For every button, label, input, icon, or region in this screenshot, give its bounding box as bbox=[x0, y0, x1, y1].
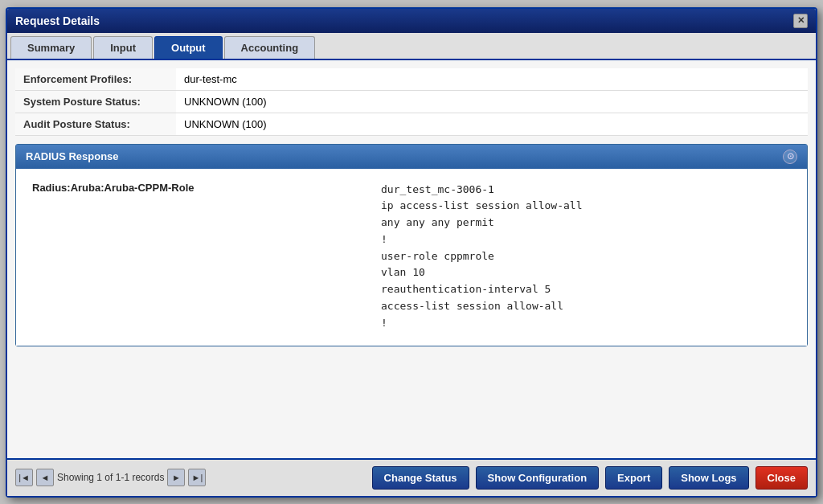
tab-summary[interactable]: Summary bbox=[10, 36, 92, 59]
prev-page-button[interactable]: ◄ bbox=[36, 469, 54, 486]
radius-line-5: user-role cppmrole bbox=[381, 248, 791, 265]
enforcement-profiles-label: Enforcement Profiles: bbox=[15, 68, 176, 91]
next-page-button[interactable]: ► bbox=[167, 469, 185, 486]
radius-line-7: reauthentication-interval 5 bbox=[381, 281, 791, 298]
collapse-icon[interactable]: ⊙ bbox=[783, 150, 797, 164]
first-page-button[interactable]: |◄ bbox=[15, 469, 33, 486]
radius-line-1: dur_test_mc-3006-1 bbox=[381, 182, 791, 199]
radius-value: dur_test_mc-3006-1 ip access-list sessio… bbox=[373, 177, 799, 337]
radius-line-8: access-list session allow-all bbox=[381, 298, 791, 315]
table-row: Radius:Aruba:Aruba-CPPM-Role dur_test_mc… bbox=[24, 177, 799, 337]
footer: |◄ ◄ Showing 1 of 1-1 records ► ►| Chang… bbox=[7, 458, 816, 496]
system-posture-value: UNKNOWN (100) bbox=[176, 90, 808, 113]
export-button[interactable]: Export bbox=[605, 466, 662, 490]
dialog-title: Request Details bbox=[15, 14, 100, 27]
table-row: System Posture Status: UNKNOWN (100) bbox=[15, 90, 808, 113]
radius-response-title: RADIUS Response bbox=[26, 150, 119, 162]
tab-input[interactable]: Input bbox=[93, 36, 153, 59]
enforcement-profiles-value: dur-test-mc bbox=[176, 68, 808, 91]
title-bar: Request Details ✕ bbox=[7, 9, 816, 33]
pager-text: Showing 1 of 1-1 records bbox=[57, 472, 164, 483]
close-button[interactable]: Close bbox=[755, 466, 808, 490]
radius-response-body: Radius:Aruba:Aruba-CPPM-Role dur_test_mc… bbox=[16, 169, 807, 346]
content-area: Enforcement Profiles: dur-test-mc System… bbox=[7, 60, 816, 458]
radius-line-2: ip access-list session allow-all bbox=[381, 198, 791, 215]
tab-output[interactable]: Output bbox=[154, 36, 223, 59]
radius-line-6: vlan 10 bbox=[381, 264, 791, 281]
dialog-close-button[interactable]: ✕ bbox=[793, 14, 808, 28]
radius-line-9: ! bbox=[381, 315, 791, 332]
radius-line-4: ! bbox=[381, 232, 791, 248]
radius-table: Radius:Aruba:Aruba-CPPM-Role dur_test_mc… bbox=[24, 177, 799, 337]
system-posture-label: System Posture Status: bbox=[15, 90, 176, 113]
table-row: Audit Posture Status: UNKNOWN (100) bbox=[15, 113, 808, 135]
radius-line-3: any any any permit bbox=[381, 215, 791, 232]
show-logs-button[interactable]: Show Logs bbox=[669, 466, 748, 490]
tab-accounting[interactable]: Accounting bbox=[224, 36, 316, 59]
tab-bar: Summary Input Output Accounting bbox=[7, 33, 816, 60]
table-row: Enforcement Profiles: dur-test-mc bbox=[15, 68, 808, 91]
radius-key: Radius:Aruba:Aruba-CPPM-Role bbox=[24, 177, 373, 337]
audit-posture-label: Audit Posture Status: bbox=[15, 113, 176, 135]
last-page-button[interactable]: ►| bbox=[188, 469, 206, 486]
request-details-dialog: Request Details ✕ Summary Input Output A… bbox=[6, 7, 817, 498]
radius-response-header: RADIUS Response ⊙ bbox=[16, 145, 807, 169]
radius-response-panel: RADIUS Response ⊙ Radius:Aruba:Aruba-CPP… bbox=[15, 144, 808, 346]
radius-value-content: dur_test_mc-3006-1 ip access-list sessio… bbox=[381, 182, 791, 332]
show-configuration-button[interactable]: Show Configuration bbox=[476, 466, 599, 490]
audit-posture-value: UNKNOWN (100) bbox=[176, 113, 808, 135]
pagination-nav: |◄ ◄ Showing 1 of 1-1 records ► ►| bbox=[15, 469, 206, 486]
info-table: Enforcement Profiles: dur-test-mc System… bbox=[15, 68, 808, 136]
change-status-button[interactable]: Change Status bbox=[372, 466, 469, 490]
